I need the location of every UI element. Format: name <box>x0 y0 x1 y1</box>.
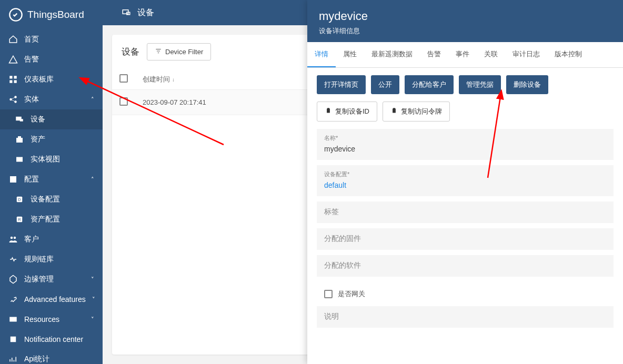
svg-point-5 <box>9 98 12 101</box>
sidebar-item-assetcfg[interactable]: R 资产配置 <box>0 209 103 229</box>
description-placeholder: 说明 <box>324 312 339 320</box>
sidebar-item-entity[interactable]: 实体 ˄ <box>0 89 103 109</box>
svg-rect-29 <box>393 108 395 109</box>
row-checkbox[interactable] <box>119 97 128 106</box>
detail-subtitle: 设备详细信息 <box>319 26 611 36</box>
open-details-button[interactable]: 打开详情页 <box>317 75 366 94</box>
firmware-placeholder: 分配的固件 <box>324 234 361 242</box>
svg-point-18 <box>11 237 13 239</box>
sidebar-item-api[interactable]: Api统计 <box>0 349 103 364</box>
tab-4[interactable]: 事件 <box>448 42 477 67</box>
svg-rect-2 <box>14 76 17 78</box>
sidebar-item-label: 实体 <box>24 95 85 104</box>
filter-icon <box>155 47 162 56</box>
chevron-down-icon: ˅ <box>91 276 94 283</box>
tab-1[interactable]: 属性 <box>336 42 364 67</box>
chevron-down-icon: ˅ <box>91 316 94 323</box>
device-icon <box>15 115 24 124</box>
firmware-field[interactable]: 分配的固件 <box>317 228 614 250</box>
clipboard-icon <box>390 107 398 116</box>
sidebar-item-asset[interactable]: 资产 <box>0 129 103 149</box>
select-all-checkbox[interactable] <box>119 74 128 83</box>
svg-rect-10 <box>16 138 23 143</box>
chevron-up-icon: ˄ <box>91 176 94 183</box>
sidebar-item-label: 资产 <box>31 135 94 144</box>
make-public-button[interactable]: 公开 <box>371 75 399 94</box>
sidebar-item-res[interactable]: Resources ˅ <box>0 309 103 329</box>
sort-desc-icon: ↓ <box>172 77 175 83</box>
sidebar-item-label: Api统计 <box>24 355 94 364</box>
sidebar-item-config[interactable]: 配置 ˄ <box>0 169 103 189</box>
sidebar-item-dash[interactable]: 仪表板库 <box>0 69 103 89</box>
sidebar-item-label: 告警 <box>24 55 94 64</box>
chevron-down-icon: ˅ <box>92 296 95 303</box>
sidebar-item-label: 仪表板库 <box>24 75 94 84</box>
gateway-checkbox[interactable] <box>324 290 333 298</box>
brand-text: ThingsBoard <box>27 9 84 21</box>
device-detail-panel: mydevice 设备详细信息 详情属性最新遥测数据告警事件关联审计日志版本控制… <box>307 0 623 364</box>
svg-rect-9 <box>20 119 23 122</box>
sidebar-item-view[interactable]: 实体视图 <box>0 149 103 169</box>
notif-icon <box>8 335 18 344</box>
cust-icon <box>8 235 18 244</box>
page-title: 设备 <box>137 7 154 18</box>
sidebar-item-label: 首页 <box>24 35 94 44</box>
rule-icon <box>8 255 18 264</box>
api-icon <box>8 355 18 364</box>
sidebar-item-notif[interactable]: Notification center <box>0 329 103 349</box>
sidebar-item-label: Advanced features <box>24 295 86 304</box>
tab-3[interactable]: 告警 <box>420 42 448 67</box>
svg-rect-26 <box>327 108 330 113</box>
profile-value: default <box>324 181 346 189</box>
assign-customer-button[interactable]: 分配给客户 <box>405 75 454 94</box>
sidebar-item-home[interactable]: 首页 <box>0 29 103 49</box>
sidebar-item-label: 规则链库 <box>24 255 94 264</box>
sidebar-item-label: 客户 <box>24 235 94 244</box>
profile-field[interactable]: 设备配置* default <box>317 165 614 196</box>
alert-icon <box>8 55 18 64</box>
svg-point-7 <box>14 100 17 103</box>
copy-access-token-button[interactable]: 复制访问令牌 <box>383 102 450 122</box>
clipboard-icon <box>325 107 332 116</box>
tab-7[interactable]: 版本控制 <box>547 42 589 67</box>
svg-rect-20 <box>11 337 16 342</box>
device-filter-button[interactable]: Device Filter <box>147 43 211 60</box>
copy-device-id-button[interactable]: 复制设备ID <box>317 102 377 122</box>
detail-title: mydevice <box>319 9 611 23</box>
assetcfg-icon: R <box>15 215 24 224</box>
sidebar-item-rule[interactable]: 规则链库 <box>0 249 103 269</box>
tab-2[interactable]: 最新遥测数据 <box>364 42 420 67</box>
sidebar-item-label: 设备配置 <box>31 195 94 204</box>
svg-text:D: D <box>18 197 21 202</box>
logo[interactable]: ThingsBoard <box>0 0 103 29</box>
software-field[interactable]: 分配的软件 <box>317 255 614 277</box>
description-field[interactable]: 说明 <box>317 306 614 328</box>
sidebar-item-label: 实体视图 <box>31 155 94 164</box>
tab-6[interactable]: 审计日志 <box>505 42 547 67</box>
view-icon <box>15 155 24 164</box>
svg-point-19 <box>14 237 16 239</box>
adv-icon <box>8 295 18 304</box>
name-field[interactable]: 名称* mydevice <box>317 129 614 160</box>
sidebar-item-adv[interactable]: Advanced features ˅ <box>0 289 103 309</box>
sidebar-item-alert[interactable]: 告警 <box>0 49 103 69</box>
tab-0[interactable]: 详情 <box>307 42 336 67</box>
delete-device-button[interactable]: 删除设备 <box>506 75 548 94</box>
manage-credentials-button[interactable]: 管理凭据 <box>459 75 501 94</box>
filter-label: Device Filter <box>165 48 203 56</box>
label-field[interactable]: 标签 <box>317 201 614 223</box>
sidebar-item-edge[interactable]: 边缘管理 ˅ <box>0 269 103 289</box>
devices-icon <box>120 7 132 18</box>
sidebar-item-devcfg[interactable]: D 设备配置 <box>0 189 103 209</box>
sidebar-item-label: Resources <box>24 315 85 323</box>
asset-icon <box>15 135 24 144</box>
profile-label: 设备配置* <box>324 170 606 178</box>
svg-rect-3 <box>9 80 12 83</box>
tab-5[interactable]: 关联 <box>477 42 505 67</box>
sidebar-item-label: 配置 <box>24 175 85 184</box>
sidebar-item-device[interactable]: 设备 <box>0 109 103 129</box>
name-value: mydevice <box>324 145 355 153</box>
gateway-checkbox-row[interactable]: 是否网关 <box>317 282 614 306</box>
sidebar-item-cust[interactable]: 客户 <box>0 229 103 249</box>
svg-rect-27 <box>327 108 329 109</box>
